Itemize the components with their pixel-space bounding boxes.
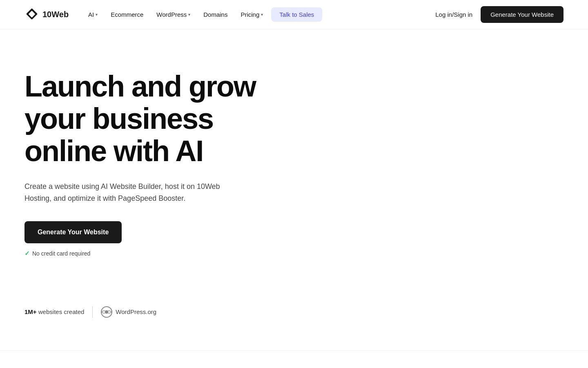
nav-item-ecommerce[interactable]: Ecommerce: [106, 8, 148, 21]
hero-subtitle: Create a website using AI Website Builde…: [24, 181, 220, 205]
nav-item-wordpress[interactable]: WordPress ▾: [151, 8, 195, 21]
logo-link[interactable]: 10Web: [24, 7, 69, 22]
stats-row: 1M+ websites created WordPress.org: [0, 306, 588, 318]
chevron-down-icon: ▾: [96, 12, 98, 17]
wordpress-partner-name: WordPress.org: [116, 308, 156, 315]
nav-links: AI ▾ Ecommerce WordPress ▾ Domains Prici…: [83, 7, 322, 22]
wordpress-logo-icon: [101, 306, 112, 318]
nav-generate-button[interactable]: Generate Your Website: [481, 6, 564, 23]
nav-item-pricing[interactable]: Pricing ▾: [236, 8, 268, 21]
wordpress-partner: WordPress.org: [101, 306, 156, 318]
chevron-down-icon-wp: ▾: [188, 12, 190, 17]
stat-websites: 1M+ websites created: [24, 308, 84, 315]
hero-section: Launch and grow your business online wit…: [0, 29, 588, 318]
logo-icon: [24, 7, 39, 22]
login-link[interactable]: Log in/Sign in: [435, 11, 472, 18]
press-logos-section: tech radar Forbes TC TechCrunch: [0, 350, 588, 368]
nav-right: Log in/Sign in Generate Your Website: [435, 6, 564, 23]
nav-left: 10Web AI ▾ Ecommerce WordPress ▾ Domains…: [24, 7, 322, 22]
navbar: 10Web AI ▾ Ecommerce WordPress ▾ Domains…: [0, 0, 588, 29]
stats-divider: [92, 306, 93, 318]
no-credit-card-notice: ✓ No credit card required: [24, 250, 261, 257]
nav-item-domains[interactable]: Domains: [198, 8, 232, 21]
hero-title: Launch and grow your business online wit…: [24, 70, 261, 168]
chevron-down-icon-pricing: ▾: [261, 12, 263, 17]
talk-to-sales-button[interactable]: Talk to Sales: [271, 7, 322, 22]
brand-name: 10Web: [42, 10, 69, 19]
checkmark-icon: ✓: [24, 250, 30, 257]
hero-generate-button[interactable]: Generate Your Website: [24, 221, 122, 243]
nav-item-ai[interactable]: AI ▾: [83, 8, 102, 21]
hero-content: Launch and grow your business online wit…: [0, 29, 286, 306]
